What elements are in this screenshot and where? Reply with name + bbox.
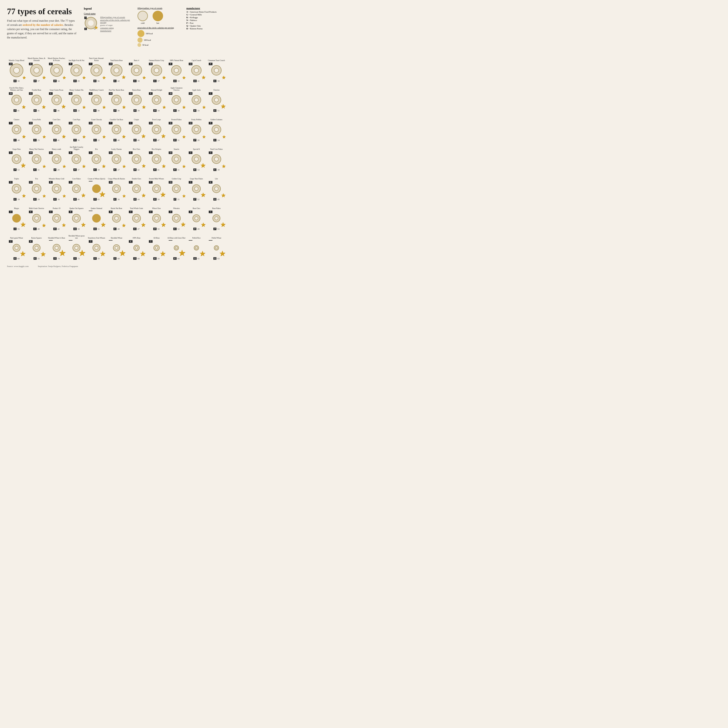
cereal-visual: 2★	[128, 151, 145, 167]
cereal-bottom-row: G40	[113, 228, 120, 230]
cereal-sugar: 3	[49, 122, 53, 124]
cereal-rating-number: 59	[98, 257, 100, 260]
cereal-name: Golden Crisp	[172, 173, 181, 180]
cereal-rating-number: 39	[98, 169, 100, 171]
cereal-sugar: 2	[9, 240, 12, 243]
cereal-bottom-row: G36	[113, 198, 120, 200]
cereal-manufacturer-badge: A	[14, 228, 17, 230]
cereal-rating-star: ★	[141, 164, 146, 168]
cereal-name: Wheaties Honey Gold	[49, 173, 64, 180]
cereal-manufacturer-badge: N	[93, 257, 97, 260]
cereal-name: Honey-comb	[52, 144, 61, 150]
cereal-name: Crispy Wheat & Raisins	[108, 173, 125, 180]
cereal-sugar: 5	[209, 211, 213, 213]
cereal-rating-star: ★	[182, 164, 186, 168]
cereal-sugar: 9	[89, 92, 92, 95]
cereal-sugar: 3	[209, 151, 213, 154]
cereal-name: Cocoa Puffs	[32, 114, 41, 121]
cereal-cell: Fruity Pebbles12★P28	[187, 113, 206, 142]
cereal-sugar: 11	[69, 92, 72, 95]
svg-point-61	[154, 127, 158, 132]
cereal-name: Frosted Flakes	[171, 114, 182, 121]
cereal-rating-star: ★	[161, 222, 166, 228]
svg-point-75	[75, 157, 78, 161]
cereal-bottom-row: N60	[133, 257, 139, 260]
cereal-cell: Just Right Crunchy Nuggets6★K37	[67, 143, 86, 172]
cereal-manufacturer-badge: G	[93, 139, 97, 141]
cereal-name: Apple Jacks	[192, 84, 200, 91]
svg-point-106	[175, 187, 179, 191]
cold-circle-example: cold	[138, 11, 148, 24]
cereal-rating-star: ★	[122, 105, 126, 109]
cereal-rating-number: 52	[177, 228, 180, 230]
cereal-rating-number: 46	[57, 110, 60, 112]
hot-cold-title: filling/outline: type of cereals	[138, 7, 179, 9]
svg-point-152	[216, 247, 217, 249]
cereal-rating-star: ★	[62, 164, 66, 168]
cereal-manufacturer-badge: Q	[213, 257, 217, 260]
cereal-cell: Muesli Raisins; Dates; & Almonds11★R37	[27, 54, 46, 83]
cereal-sugar: 6	[69, 211, 72, 213]
cereal-visual: 12★	[188, 62, 205, 78]
cereal-visual: 7★	[88, 62, 105, 78]
cereal-visual: 3★	[148, 151, 165, 167]
cereal-bottom-row: N65	[93, 198, 100, 200]
cereal-name: Clusters	[14, 114, 20, 121]
cereal-name: Lucky Charms	[112, 144, 122, 150]
cereal-cell: Just Right Fruit & Nut9★K29	[67, 54, 86, 83]
legend-item-1: filling/outline: type of cereals	[100, 16, 130, 18]
cereal-rating-star: ★	[99, 251, 106, 257]
cereal-rating-star: ★	[200, 162, 206, 169]
cereal-rating-number: 42	[118, 80, 119, 82]
manufacturer-block: manufacturer A = American Home Food Prod…	[187, 7, 226, 30]
cereal-rating-number: 41	[158, 169, 159, 171]
cereal-rating-star: ★	[41, 105, 46, 110]
cereal-sugar: 10	[29, 151, 33, 154]
cereal-visual: 10★	[8, 92, 25, 108]
cereal-bottom-row: K39	[133, 109, 139, 112]
cereal-visual: 3★	[188, 151, 205, 167]
cereal-rating-number: 55	[38, 257, 40, 260]
cereal-rating-number: 47	[138, 228, 139, 230]
cereal-bottom-row: A55	[14, 228, 20, 230]
cereal-visual: 6★	[68, 210, 84, 226]
cereal-rating-star: ★	[102, 105, 106, 109]
svg-point-77	[95, 157, 99, 161]
cereal-sugar: 13	[89, 122, 92, 124]
svg-point-39	[154, 98, 158, 102]
cereal-manufacturer-badge: Q	[213, 198, 217, 200]
cereal-rating-number: 74	[58, 257, 60, 260]
cereal-name: Bran Flakes	[212, 203, 220, 210]
cereal-bottom-row: P46	[54, 109, 60, 112]
cereal-bottom-row: R44	[133, 198, 139, 200]
cereal-rating-number: 39	[217, 169, 219, 171]
cereal-manufacturer-badge: K	[93, 80, 96, 82]
mfr-R: R = Ralston Purina	[187, 28, 226, 30]
cereal-rating-star: ★	[99, 191, 106, 198]
cereal-sugar: 13	[29, 122, 33, 124]
cereal-name: All-Bran	[153, 232, 159, 239]
cereal-manufacturer-badge: G	[33, 139, 37, 141]
cereal-bottom-row: P41	[14, 109, 20, 112]
cereal-manufacturer-badge: R	[193, 228, 196, 230]
cereal-visual: 5★	[148, 240, 165, 256]
cereal-cell: Clusters7★G40	[7, 113, 26, 142]
cereal-visual: 8★	[128, 62, 145, 78]
cereal-sugar: 9	[69, 63, 72, 65]
cereal-rating-star: ★	[161, 133, 166, 139]
cereal-cell: Basic 48★G30	[127, 54, 146, 83]
cereal-cell: Total Whole Grain3★G47	[127, 202, 146, 231]
cereal-bottom-row: K31	[173, 168, 179, 171]
cereal-sugar	[89, 181, 92, 182]
cereal-visual: ★	[168, 240, 185, 256]
cereal-cell: Quaker Oat Squares6★Q50	[67, 202, 86, 231]
svg-point-7	[54, 67, 60, 73]
cereal-rating-number: 40	[17, 139, 20, 141]
cereal-cell: Frosted Flakes11★K31	[167, 113, 186, 142]
cereal-sugar: 7	[89, 63, 92, 65]
cereal-bottom-row: P28	[193, 139, 199, 141]
mfr-Q: Q = Quaker Oats	[187, 25, 226, 27]
cereal-visual: 8★	[168, 62, 185, 78]
cereal-bottom-row: P53	[213, 228, 219, 230]
cereal-sugar: 5	[89, 240, 92, 243]
